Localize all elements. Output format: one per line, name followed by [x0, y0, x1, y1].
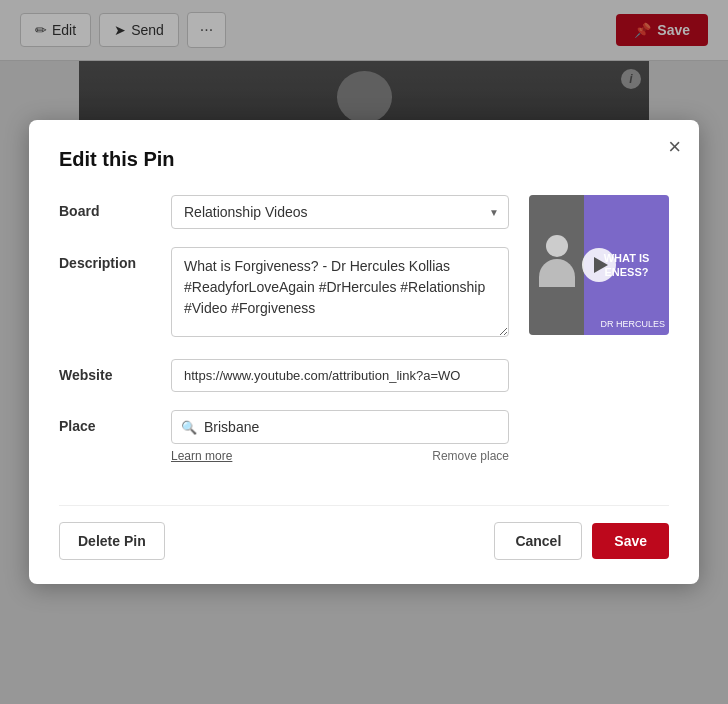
footer-right: Cancel Save — [494, 522, 669, 560]
place-row: Place 🔍 Learn more Remove place — [59, 410, 509, 463]
board-select[interactable]: Relationship Videos My Boards Inspiratio… — [171, 195, 509, 229]
thumbnail-dr-label: DR HERCULES — [600, 319, 665, 329]
thumbnail-head — [546, 235, 568, 257]
place-control-wrap: 🔍 Learn more Remove place — [171, 410, 509, 463]
play-button[interactable] — [582, 248, 616, 282]
remove-place-button[interactable]: Remove place — [432, 449, 509, 463]
place-label: Place — [59, 410, 159, 434]
place-sub: Learn more Remove place — [171, 449, 509, 463]
description-control-wrap: What is Forgiveness? - Dr Hercules Kolli… — [171, 247, 509, 341]
board-label: Board — [59, 195, 159, 219]
cancel-button[interactable]: Cancel — [494, 522, 582, 560]
description-row: Description What is Forgiveness? - Dr He… — [59, 247, 509, 341]
place-input[interactable] — [171, 410, 509, 444]
website-input[interactable] — [171, 359, 509, 392]
delete-pin-button[interactable]: Delete Pin — [59, 522, 165, 560]
thumbnail-body — [539, 259, 575, 287]
place-input-wrap: 🔍 — [171, 410, 509, 444]
close-button[interactable]: × — [668, 136, 681, 158]
thumbnail-left — [529, 195, 584, 335]
pin-thumbnail: WHAT ISENESS? DR HERCULES — [529, 195, 669, 481]
form-fields: Board Relationship Videos My Boards Insp… — [59, 195, 509, 481]
thumbnail-person — [534, 235, 579, 295]
modal-overlay: Edit this Pin × Board Relationship Video… — [0, 0, 728, 704]
board-select-wrap: Relationship Videos My Boards Inspiratio… — [171, 195, 509, 229]
edit-pin-modal: Edit this Pin × Board Relationship Video… — [29, 120, 699, 584]
website-label: Website — [59, 359, 159, 383]
description-label: Description — [59, 247, 159, 271]
learn-more-link[interactable]: Learn more — [171, 449, 232, 463]
board-select-container: Relationship Videos My Boards Inspiratio… — [171, 195, 509, 229]
search-icon: 🔍 — [181, 420, 197, 435]
board-row: Board Relationship Videos My Boards Insp… — [59, 195, 509, 229]
save-button[interactable]: Save — [592, 523, 669, 559]
play-icon — [594, 257, 608, 273]
website-row: Website — [59, 359, 509, 392]
thumbnail-box: WHAT ISENESS? DR HERCULES — [529, 195, 669, 335]
website-control-wrap — [171, 359, 509, 392]
description-textarea[interactable]: What is Forgiveness? - Dr Hercules Kolli… — [171, 247, 509, 337]
modal-title: Edit this Pin — [59, 148, 669, 171]
modal-footer: Delete Pin Cancel Save — [59, 505, 669, 560]
form-body: Board Relationship Videos My Boards Insp… — [59, 195, 669, 481]
